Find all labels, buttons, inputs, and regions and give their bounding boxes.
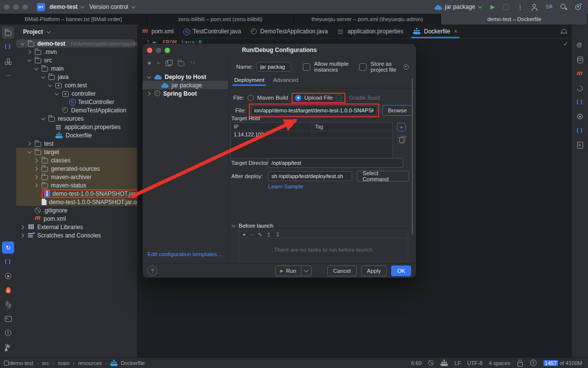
tree-item[interactable]: application.properties (16, 123, 137, 131)
documentation-tool-button[interactable] (574, 139, 586, 151)
notifications-bell-icon[interactable] (561, 28, 567, 35)
table-cell-tag[interactable] (312, 131, 393, 138)
learn-sample-link[interactable]: Learn Sample (268, 184, 303, 189)
no-inspection-icon[interactable] (428, 360, 434, 366)
chevron-down-icon[interactable] (41, 117, 48, 121)
dialog-scrollbar[interactable] (412, 78, 413, 235)
chevron-down-icon[interactable] (41, 75, 48, 79)
cancel-button[interactable]: Cancel (327, 265, 357, 276)
breadcrumb-item[interactable]: src (33, 360, 49, 366)
tree-item[interactable]: demo-test/Volumes/application/app/demo-t… (16, 39, 135, 48)
chevron-right-icon[interactable] (34, 158, 41, 162)
window-minimize-button[interactable] (13, 4, 19, 10)
services-tool-button[interactable] (2, 298, 14, 311)
window-tab[interactable]: zens-bilibili – pom.xml (zens-bilibili) (147, 14, 294, 25)
gradle-tool-button[interactable] (574, 82, 586, 94)
move-down-icon[interactable]: ↧ (275, 232, 280, 238)
tree-item[interactable]: java (16, 73, 137, 81)
before-launch-collapse-icon[interactable] (231, 224, 236, 228)
tree-item[interactable]: Deploy to Host (143, 73, 228, 81)
edit-task-icon[interactable]: ✎ (258, 232, 262, 238)
chevron-right-icon[interactable] (27, 142, 34, 146)
run-options-chevron[interactable] (301, 266, 311, 276)
move-up-icon[interactable]: ↥ (267, 232, 271, 238)
profiler-tool-button[interactable] (2, 284, 14, 296)
store-project-file-checkbox[interactable] (359, 63, 367, 71)
chevron-right-icon[interactable] (34, 167, 41, 171)
table-header-ip[interactable]: IP (231, 123, 312, 131)
copy-configuration-icon[interactable] (166, 60, 172, 66)
delete-host-button[interactable] (397, 135, 406, 144)
tree-item[interactable]: target (16, 148, 137, 156)
tree-item[interactable]: maven-status (16, 181, 137, 189)
tree-item[interactable]: generated-sources (16, 164, 137, 173)
select-command-button[interactable]: Select Command (357, 171, 409, 182)
unlock-icon[interactable] (517, 360, 524, 366)
add-host-button[interactable]: + (397, 123, 406, 131)
tree-item[interactable]: com.test (16, 81, 137, 89)
upload-file-radio[interactable] (295, 95, 301, 101)
tab-deployment[interactable]: Deployment (234, 77, 264, 86)
project-tool-button[interactable] (2, 26, 14, 39)
edit-templates-link[interactable]: Edit configuration templates… (147, 251, 222, 257)
database-tool-button[interactable] (574, 53, 586, 66)
vcs-widget[interactable]: Version control (89, 3, 135, 10)
terminal-tool-button[interactable] (2, 313, 14, 325)
sync-tool-button[interactable]: ↻ (2, 241, 14, 254)
tree-item[interactable]: src (16, 56, 137, 64)
project-panel-header[interactable]: Project (16, 25, 137, 39)
maven-tool-button[interactable] (574, 68, 586, 80)
close-icon[interactable]: × (454, 28, 458, 35)
chevron-right-icon[interactable] (20, 234, 27, 237)
remove-task-button[interactable]: − (250, 232, 253, 237)
inspection-ok-icon[interactable]: ✓ (563, 40, 568, 48)
tree-item[interactable]: pom.xml (16, 214, 137, 223)
name-input[interactable] (257, 62, 291, 72)
run-button[interactable]: ▶ (490, 3, 495, 10)
tree-item[interactable]: .mvn (16, 48, 137, 56)
commit-tool-button[interactable] (2, 41, 14, 53)
gradle-build-radio[interactable] (336, 95, 342, 101)
endpoints-tool-button[interactable] (574, 125, 586, 137)
tree-item[interactable]: demo-test-1.0.0-SNAPSHOT.jar (16, 189, 137, 198)
chevron-down-icon[interactable] (147, 75, 153, 79)
plugins-tool-button[interactable] (574, 110, 586, 123)
chevron-down-icon[interactable] (34, 67, 41, 71)
docker-status-icon[interactable] (441, 360, 448, 366)
tree-item[interactable]: TestController (16, 98, 137, 106)
run-configuration-widget[interactable]: jar package (435, 3, 483, 10)
editor-tab[interactable]: DemoTestApplication.java (246, 25, 333, 38)
tree-item[interactable]: Scratches and Consoles (16, 231, 137, 239)
window-zoom-button[interactable] (23, 4, 28, 10)
run-tool-button[interactable] (2, 270, 14, 282)
new-folder-icon[interactable] (178, 60, 185, 66)
editor-tab[interactable]: pom.xml (137, 25, 178, 38)
table-cell-ip[interactable]: 1.14.122.102 (231, 131, 312, 138)
chevron-down-icon[interactable] (48, 83, 54, 87)
tree-item[interactable]: classes (16, 156, 137, 164)
breadcrumb-item[interactable]: resources (70, 360, 102, 366)
table-header-tag[interactable]: Tag (312, 123, 393, 131)
allow-multiple-checkbox[interactable] (303, 63, 310, 71)
line-separator-widget[interactable]: LF (455, 360, 461, 366)
tree-item[interactable]: .gitignore (16, 206, 137, 214)
git-tool-button[interactable] (2, 341, 14, 353)
chevron-right-icon[interactable] (20, 225, 27, 229)
inspection-highlight-icon[interactable] (530, 360, 537, 366)
remove-configuration-button[interactable]: − (157, 59, 161, 67)
tree-item[interactable]: Dockerfile (16, 131, 137, 139)
window-tab[interactable]: BMall-Platform – banner.txt [BMall-order… (0, 14, 147, 25)
tree-item[interactable]: test (16, 139, 137, 148)
chevron-right-icon[interactable] (27, 50, 34, 54)
more-tools-button[interactable]: ⋯ (2, 69, 14, 81)
breadcrumb-item[interactable]: Dockerfile (102, 360, 145, 366)
chevron-down-icon[interactable] (27, 150, 34, 154)
dialog-minimize-button[interactable] (156, 48, 161, 53)
encoding-widget[interactable]: UTF-8 (467, 360, 482, 366)
store-settings-gear-icon[interactable] (403, 64, 409, 70)
tree-item[interactable]: maven-archiver (16, 173, 137, 181)
add-task-button[interactable]: + (243, 232, 245, 237)
editor-tab-active[interactable]: Dockerfile× (408, 25, 462, 38)
debug-button[interactable] (503, 4, 509, 10)
more-actions-button[interactable]: ⋮ (517, 3, 523, 11)
